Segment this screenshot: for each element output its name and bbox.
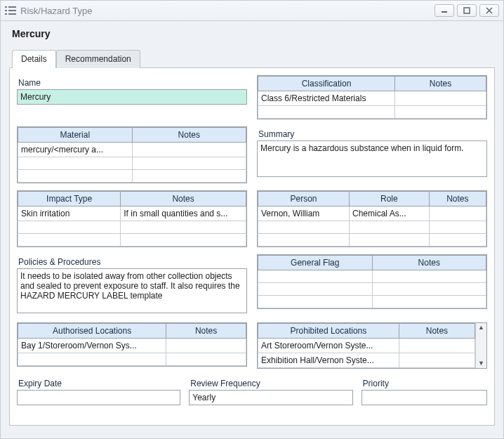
table-row: mercury/<mercury a...: [18, 143, 246, 157]
policies-input[interactable]: [17, 268, 247, 313]
table-cell[interactable]: Chemical As...: [350, 207, 430, 221]
table-row: [258, 283, 486, 296]
table-cell[interactable]: [121, 234, 246, 247]
svg-rect-7: [464, 8, 470, 13]
table-cell[interactable]: [258, 106, 395, 119]
table-cell[interactable]: If in small quantities and s...: [121, 207, 246, 221]
general-flag-grid[interactable]: General Flag Notes: [257, 254, 487, 309]
maximize-button[interactable]: [457, 4, 477, 17]
table-cell[interactable]: [399, 353, 475, 368]
material-notes-header[interactable]: Notes: [132, 128, 246, 143]
role-header[interactable]: Role: [350, 192, 430, 207]
table-row: Art Storeroom/Vernon Syste...: [258, 339, 475, 353]
table-cell[interactable]: [429, 221, 486, 234]
table-cell[interactable]: [395, 91, 486, 106]
table-row: [258, 270, 486, 283]
impact-notes-header[interactable]: Notes: [121, 192, 246, 207]
table-cell[interactable]: Exhibition Hall/Vernon Syste...: [258, 353, 399, 368]
table-cell[interactable]: Vernon, William: [258, 207, 350, 221]
prohibited-locations-header[interactable]: Prohibited Locations: [258, 324, 399, 339]
client-area: Mercury Details Recommendation Name Clas…: [0, 21, 504, 439]
name-label: Name: [18, 78, 247, 88]
table-cell[interactable]: Class 6/Restricted Materials: [258, 91, 395, 106]
policies-label: Policies & Procedures: [18, 257, 247, 267]
table-cell[interactable]: [18, 234, 121, 247]
table-cell[interactable]: Art Storeroom/Vernon Syste...: [258, 339, 399, 353]
prohibited-locations-notes-header[interactable]: Notes: [399, 324, 475, 339]
classification-notes-header[interactable]: Notes: [395, 77, 486, 91]
tab-strip: Details Recommendation: [12, 49, 495, 67]
close-button[interactable]: [479, 4, 499, 17]
table-row: [258, 234, 486, 247]
table-cell[interactable]: [258, 270, 373, 283]
table-cell[interactable]: [429, 234, 486, 247]
general-flag-header[interactable]: General Flag: [258, 256, 373, 270]
authorised-locations-notes-header[interactable]: Notes: [166, 324, 246, 339]
authorised-locations-header[interactable]: Authorised Locations: [18, 324, 166, 339]
table-cell[interactable]: [395, 106, 486, 119]
table-cell[interactable]: [372, 296, 486, 308]
prohibited-locations-grid[interactable]: Prohibited Locations Notes Art Storeroom…: [257, 322, 487, 369]
table-cell[interactable]: [18, 221, 121, 234]
window-title: Risk/Hazard Type: [20, 6, 92, 16]
table-cell[interactable]: [399, 339, 475, 353]
review-input[interactable]: [189, 390, 352, 405]
table-cell[interactable]: [18, 157, 133, 170]
table-row: Exhibition Hall/Vernon Syste...: [258, 353, 475, 368]
scroll-down-icon[interactable]: ▼: [478, 360, 484, 367]
authorised-locations-grid[interactable]: Authorised Locations Notes Bay 1/Storero…: [17, 322, 247, 367]
svg-rect-4: [5, 13, 7, 15]
table-cell[interactable]: [18, 353, 166, 366]
scrollbar[interactable]: ▲ ▼: [475, 323, 486, 368]
minimize-button[interactable]: [435, 4, 454, 17]
table-row: [18, 157, 246, 170]
classification-header[interactable]: Classification: [258, 77, 395, 91]
expiry-input[interactable]: [17, 390, 180, 405]
table-row: Skin irritationIf in small quantities an…: [18, 207, 246, 221]
table-cell[interactable]: [429, 207, 486, 221]
table-cell[interactable]: [18, 170, 133, 183]
svg-rect-3: [8, 10, 16, 11]
table-cell[interactable]: Bay 1/Storeroom/Vernon Sys...: [18, 339, 166, 353]
material-header[interactable]: Material: [18, 128, 133, 143]
general-flag-notes-header[interactable]: Notes: [372, 256, 486, 270]
table-cell[interactable]: [258, 234, 350, 247]
impact-type-header[interactable]: Impact Type: [18, 192, 121, 207]
table-cell[interactable]: Skin irritation: [18, 207, 121, 221]
svg-rect-6: [442, 11, 447, 13]
table-cell[interactable]: [258, 296, 373, 308]
table-cell[interactable]: [258, 283, 373, 296]
tab-details[interactable]: Details: [12, 50, 56, 68]
table-cell[interactable]: [258, 221, 350, 234]
table-cell[interactable]: [166, 339, 246, 353]
priority-input[interactable]: [362, 390, 487, 405]
table-cell[interactable]: [166, 353, 246, 366]
table-cell[interactable]: [372, 283, 486, 296]
table-cell[interactable]: mercury/<mercury a...: [18, 143, 133, 157]
scroll-up-icon[interactable]: ▲: [478, 325, 484, 331]
name-input[interactable]: [17, 89, 247, 105]
impact-grid[interactable]: Impact Type Notes Skin irritationIf in s…: [17, 190, 247, 247]
svg-rect-1: [8, 6, 16, 8]
table-row: Class 6/Restricted Materials: [258, 91, 486, 106]
table-row: [18, 234, 246, 247]
person-grid[interactable]: Person Role Notes Vernon, WilliamChemica…: [257, 190, 487, 247]
person-notes-header[interactable]: Notes: [429, 192, 486, 207]
classification-grid[interactable]: Classification Notes Class 6/Restricted …: [257, 75, 487, 119]
tab-recommendation[interactable]: Recommendation: [56, 50, 140, 68]
table-cell[interactable]: [350, 234, 430, 247]
table-cell[interactable]: [350, 221, 430, 234]
expiry-label: Expiry Date: [18, 379, 180, 388]
summary-input[interactable]: [257, 140, 487, 177]
table-cell[interactable]: [132, 157, 246, 170]
details-panel: Name Classification Notes Class 6/Restri…: [9, 67, 495, 426]
table-row: Bay 1/Storeroom/Vernon Sys...: [18, 339, 246, 353]
table-row: [18, 353, 246, 366]
material-grid[interactable]: Material Notes mercury/<mercury a...: [17, 126, 247, 183]
person-header[interactable]: Person: [258, 192, 350, 207]
page-title: Mercury: [12, 28, 495, 39]
table-cell[interactable]: [372, 270, 486, 283]
table-cell[interactable]: [132, 143, 246, 157]
table-cell[interactable]: [132, 170, 246, 183]
table-cell[interactable]: [121, 221, 246, 234]
